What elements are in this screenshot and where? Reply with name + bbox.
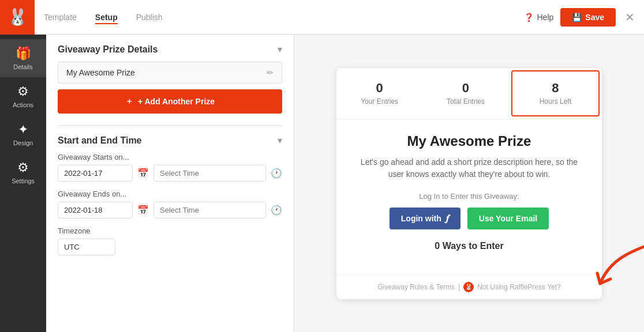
ways-to-enter: 0 Ways to Enter: [355, 241, 583, 251]
prize-section-header: Giveaway Prize Details ▾: [58, 44, 282, 55]
add-prize-button[interactable]: ＋ + Add Another Prize: [58, 89, 282, 114]
design-icon: ✦: [18, 122, 28, 137]
edit-prize-icon[interactable]: ✏: [267, 68, 274, 77]
widget-footer: Giveaway Rules & Terms | 🐰 Not Using Raf…: [336, 274, 602, 299]
logo-icon: 🐰: [8, 7, 28, 27]
prize-name: My Awesome Prize: [66, 68, 135, 77]
actions-icon: ⚙: [17, 84, 29, 99]
main-layout: 🎁 Details ⚙ Actions ✦ Design ⚙ Settings …: [0, 35, 644, 332]
logo: 🐰: [0, 0, 35, 35]
time-section-header: Start and End Time ▾: [58, 135, 282, 146]
save-icon: 💾: [572, 13, 582, 22]
footer-rules-link[interactable]: Giveaway Rules & Terms: [377, 283, 455, 291]
facebook-icon: 𝒇: [446, 213, 449, 224]
prize-section-title: Giveaway Prize Details: [58, 44, 158, 55]
widget-description: Let's go ahead and add a short prize des…: [355, 156, 583, 180]
your-entries-label: Your Entries: [361, 97, 398, 105]
prize-chevron-icon[interactable]: ▾: [278, 44, 282, 55]
settings-icon: ⚙: [17, 160, 29, 175]
sidebar-item-settings[interactable]: ⚙ Settings: [0, 153, 46, 191]
login-facebook-button[interactable]: Login with 𝒇: [390, 207, 460, 229]
end-date-input[interactable]: [58, 202, 133, 218]
total-entries-label: Total Entries: [447, 97, 485, 105]
section-divider: [58, 125, 282, 126]
sidebar: 🎁 Details ⚙ Actions ✦ Design ⚙ Settings: [0, 35, 46, 332]
add-prize-plus-icon: ＋: [125, 96, 133, 107]
start-time-icon[interactable]: 🕐: [271, 168, 282, 179]
end-time-icon[interactable]: 🕐: [271, 205, 282, 216]
save-label: Save: [585, 13, 604, 22]
tab-template[interactable]: Template: [44, 10, 77, 24]
timezone-input[interactable]: [58, 239, 115, 255]
login-buttons: Login with 𝒇 Use Your Email: [355, 207, 583, 229]
sidebar-item-details-label: Details: [13, 63, 33, 70]
add-prize-label: + Add Another Prize: [138, 97, 215, 106]
footer-not-using[interactable]: Not Using RafflePress Yet?: [477, 283, 561, 291]
tab-publish[interactable]: Publish: [136, 10, 163, 24]
sidebar-item-design[interactable]: ✦ Design: [0, 115, 46, 153]
sidebar-item-actions-label: Actions: [13, 101, 33, 108]
content-panel: Giveaway Prize Details ▾ My Awesome Priz…: [46, 35, 294, 332]
time-section-title: Start and End Time: [58, 135, 142, 146]
close-button[interactable]: ✕: [625, 10, 635, 24]
start-date-input[interactable]: [58, 165, 133, 182]
starts-label: Giveaway Starts on...: [58, 153, 282, 161]
sidebar-item-settings-label: Settings: [12, 178, 35, 184]
end-calendar-icon[interactable]: 📅: [137, 205, 149, 216]
timezone-label: Timezone: [58, 227, 282, 235]
start-date-row: 📅 🕐: [58, 165, 282, 182]
login-with-label: Login with: [401, 214, 441, 223]
widget-title: My Awesome Prize: [355, 133, 583, 149]
total-entries-number: 0: [427, 81, 504, 96]
end-time-input[interactable]: [153, 202, 266, 218]
details-icon: 🎁: [16, 46, 31, 61]
help-icon: ❓: [524, 13, 534, 22]
ends-label: Giveaway Ends on...: [58, 190, 282, 198]
sidebar-item-actions[interactable]: ⚙ Actions: [0, 77, 46, 115]
top-actions: ❓ Help 💾 Save ✕: [524, 8, 635, 27]
help-label: Help: [537, 13, 554, 22]
your-entries-number: 0: [341, 81, 418, 96]
end-date-row: 📅 🕐: [58, 202, 282, 218]
sidebar-item-design-label: Design: [13, 139, 33, 146]
hours-left-label: Hours Left: [540, 97, 571, 105]
start-time-input[interactable]: [153, 165, 266, 182]
help-button[interactable]: ❓ Help: [524, 13, 554, 22]
hours-left-number: 8: [517, 81, 594, 96]
footer-separator: |: [458, 283, 460, 291]
save-button[interactable]: 💾 Save: [560, 8, 616, 27]
preview-panel: 0 Your Entries 0 Total Entries 8 Hours L…: [294, 35, 644, 332]
top-bar: 🐰 Template Setup Publish ❓ Help 💾 Save ✕: [0, 0, 644, 35]
nav-tabs: Template Setup Publish: [44, 10, 524, 24]
total-entries-stat: 0 Total Entries: [422, 71, 508, 115]
footer-logo-icon: 🐰: [463, 282, 474, 292]
tab-setup[interactable]: Setup: [95, 10, 118, 24]
stats-row: 0 Your Entries 0 Total Entries 8 Hours L…: [336, 68, 602, 119]
login-label: Log In to Enter this Giveaway:: [355, 192, 583, 201]
sidebar-item-details[interactable]: 🎁 Details: [0, 39, 46, 77]
your-entries-stat: 0 Your Entries: [336, 71, 422, 115]
time-chevron-icon[interactable]: ▾: [278, 135, 282, 146]
widget-body: My Awesome Prize Let's go ahead and add …: [336, 119, 602, 274]
widget-card: 0 Your Entries 0 Total Entries 8 Hours L…: [336, 68, 602, 299]
start-calendar-icon[interactable]: 📅: [137, 168, 149, 179]
hours-left-stat: 8 Hours Left: [511, 70, 600, 116]
login-email-button[interactable]: Use Your Email: [467, 207, 549, 229]
prize-item: My Awesome Prize ✏: [58, 62, 282, 84]
login-email-label: Use Your Email: [479, 214, 537, 223]
